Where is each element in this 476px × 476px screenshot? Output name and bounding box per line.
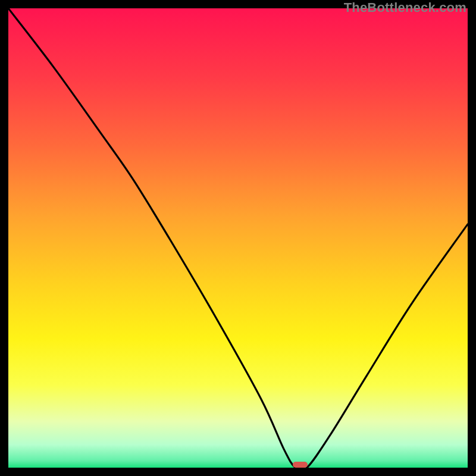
optimum-marker [293,462,308,468]
watermark-text: TheBottleneck.com [344,0,466,15]
chart-container: TheBottleneck.com [0,0,476,476]
plot-area [8,8,468,468]
bottleneck-curve [8,8,468,468]
